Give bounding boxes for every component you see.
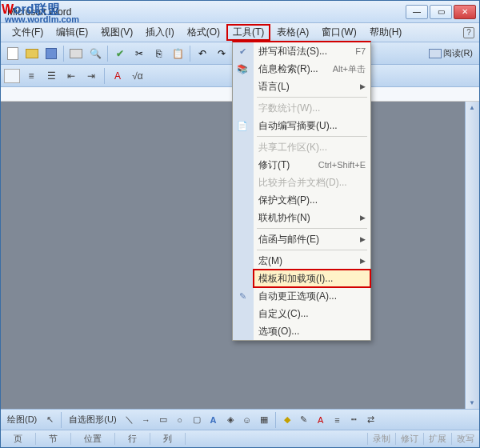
menu-item-label: 拼写和语法(S)... <box>258 45 327 58</box>
equation-button[interactable]: √α <box>129 67 146 85</box>
status-trk: 修订 <box>395 433 423 445</box>
print-button[interactable] <box>67 45 85 62</box>
oval-button[interactable]: ○ <box>173 413 187 427</box>
window-controls: — ▭ ✕ <box>406 5 476 19</box>
save-button[interactable] <box>42 45 60 62</box>
select-arrow-button[interactable]: ↖ <box>42 413 57 427</box>
menu-item-label: 信息检索(R)... <box>258 62 318 76</box>
dash-style-button[interactable]: ┅ <box>347 413 362 427</box>
menu-item[interactable]: 语言(L)▶ <box>254 78 370 95</box>
separator <box>104 68 105 84</box>
menu-item-icon: 📚 <box>236 62 249 75</box>
paste-button[interactable]: 📋 <box>169 45 186 62</box>
menubar: 文件(F) 编辑(E) 视图(V) 插入(I) 格式(O) 工具(T) 表格(A… <box>1 23 479 42</box>
menu-item[interactable]: ✔拼写和语法(S)...F7 <box>254 42 370 60</box>
menu-help[interactable]: 帮助(H) <box>363 24 409 41</box>
menu-item-label: 联机协作(N) <box>258 211 310 225</box>
separator <box>61 412 62 428</box>
menu-format[interactable]: 格式(O) <box>181 24 226 41</box>
titlebar: Microsoft Word Word联盟 www.wordlm.com — ▭… <box>1 1 479 23</box>
maximize-button[interactable]: ▭ <box>430 5 452 19</box>
menu-item[interactable]: 宏(M)▶ <box>254 252 370 270</box>
menu-item[interactable]: 📚信息检索(R)...Alt+单击 <box>254 60 370 78</box>
submenu-arrow-icon: ▶ <box>360 214 366 222</box>
status-page: 页 <box>1 433 36 445</box>
cut-button[interactable]: ✂ <box>130 45 148 62</box>
numbering-button[interactable]: ☰ <box>42 67 60 85</box>
menu-file[interactable]: 文件(F) <box>6 24 50 41</box>
redo-button[interactable]: ↷ <box>213 45 230 62</box>
submenu-arrow-icon: ▶ <box>360 82 366 90</box>
new-doc-icon <box>7 47 18 60</box>
status-position: 位置 <box>71 433 115 445</box>
check-icon: ✔ <box>116 48 124 59</box>
style-dropdown[interactable] <box>4 69 20 83</box>
minimize-button[interactable]: — <box>406 5 428 19</box>
menu-item[interactable]: 修订(T)Ctrl+Shift+E <box>254 156 370 174</box>
fill-color-button[interactable]: ◆ <box>280 413 294 427</box>
line-color-button[interactable]: ✎ <box>297 413 311 427</box>
menu-item-icon: ✔ <box>236 45 249 58</box>
line-button[interactable]: ＼ <box>122 413 137 427</box>
status-modes: 录制 修订 扩展 改写 <box>367 433 479 445</box>
menu-tools[interactable]: 工具(T) <box>226 24 270 41</box>
menu-item[interactable]: 模板和加载项(I)... <box>253 269 371 288</box>
menu-item-label: 语言(L) <box>258 80 290 94</box>
vertical-scrollbar[interactable] <box>465 102 479 409</box>
menu-item: 字数统计(W)... <box>254 99 370 117</box>
menu-item[interactable]: 📄自动编写摘要(U)... <box>254 117 370 134</box>
spell-check-button[interactable]: ✔ <box>111 45 129 62</box>
font-color-button[interactable]: A <box>314 413 328 427</box>
status-ext: 扩展 <box>423 433 451 445</box>
autoshapes-menu[interactable]: 自选图形(U) <box>66 414 119 426</box>
status-line: 行 <box>115 433 150 445</box>
close-button[interactable]: ✕ <box>454 5 476 19</box>
menu-help-icon[interactable]: ? <box>463 27 474 38</box>
menu-item[interactable]: ✎自动更正选项(A)... <box>254 287 370 305</box>
menu-table[interactable]: 表格(A) <box>270 24 315 41</box>
menu-item-label: 信函与邮件(E) <box>258 233 319 246</box>
menu-separator <box>257 250 367 250</box>
save-icon <box>46 48 57 59</box>
clipart-button[interactable]: ☺ <box>240 413 254 427</box>
menu-item-label: 比较并合并文档(D)... <box>258 176 347 190</box>
status-rec: 录制 <box>367 433 395 445</box>
menu-edit[interactable]: 编辑(E) <box>50 24 94 41</box>
menu-item-label: 保护文档(P)... <box>258 194 318 207</box>
menu-separator <box>257 97 367 98</box>
menu-item: 比较并合并文档(D)... <box>254 174 370 191</box>
bullets-button[interactable]: ≡ <box>22 67 40 85</box>
indent-inc-button[interactable]: ⇥ <box>82 67 100 85</box>
font-color-button[interactable]: A <box>109 67 126 85</box>
wordart-button[interactable]: A <box>206 413 221 427</box>
menu-item-icon: ✎ <box>236 290 249 302</box>
menu-item[interactable]: 联机协作(N)▶ <box>254 209 370 226</box>
copy-button[interactable]: ⎘ <box>150 45 167 62</box>
menu-item[interactable]: 信函与邮件(E)▶ <box>254 230 370 248</box>
indent-dec-button[interactable]: ⇤ <box>62 67 80 85</box>
menu-item-shortcut: F7 <box>355 46 366 56</box>
read-mode-button[interactable]: 阅读(R) <box>426 47 476 59</box>
menu-item-label: 修订(T) <box>258 158 290 172</box>
line-style-button[interactable]: ≡ <box>330 413 345 427</box>
menu-window[interactable]: 窗口(W) <box>315 24 362 41</box>
undo-button[interactable]: ↶ <box>194 45 211 62</box>
open-button[interactable] <box>23 45 41 62</box>
draw-menu[interactable]: 绘图(D) <box>4 414 40 426</box>
new-doc-button[interactable] <box>4 45 22 62</box>
separator <box>190 46 190 62</box>
diagram-button[interactable]: ◈ <box>223 413 238 427</box>
status-section: 节 <box>36 433 71 445</box>
menu-insert[interactable]: 插入(I) <box>139 24 180 41</box>
print-preview-button[interactable]: 🔍 <box>86 45 104 62</box>
menu-item[interactable]: 选项(O)... <box>254 322 370 340</box>
rect-button[interactable]: ▭ <box>156 413 170 427</box>
menu-item[interactable]: 保护文档(P)... <box>254 191 370 209</box>
arrow-style-button[interactable]: ⇄ <box>364 413 378 427</box>
picture-button[interactable]: ▦ <box>257 413 271 427</box>
menu-view[interactable]: 视图(V) <box>94 24 139 41</box>
arrow-button[interactable]: → <box>139 413 154 427</box>
textbox-button[interactable]: ▢ <box>190 413 204 427</box>
menu-item[interactable]: 自定义(C)... <box>254 305 370 322</box>
menu-separator <box>257 228 367 229</box>
